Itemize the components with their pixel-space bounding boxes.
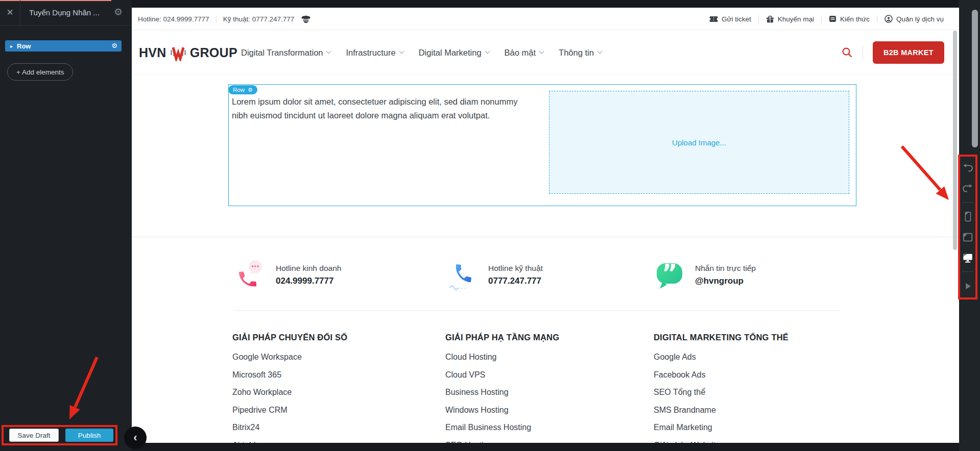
link-knowledge[interactable]: Kiến thức [829,15,870,23]
tablet-preview-icon[interactable] [962,231,974,243]
contact-hotline-technical[interactable]: Hotline kỹ thuật 0777.247.777 [448,259,543,292]
b2b-market-label: B2B MARKET [883,48,934,57]
contact-value: 0777.247.777 [488,276,543,286]
menu-item-digital-transformation[interactable]: Digital Transformation [241,48,330,58]
site-topbar: Hotline: 024.9999.7777 Kỹ thuật: 0777.24… [132,8,959,30]
site-preview: Hotline: 024.9999.7777 Kỹ thuật: 0777.24… [132,0,980,451]
link-label: Kiến thức [840,15,870,23]
link-promotions[interactable]: Khuyến mại [766,15,814,23]
chat-quote-green-icon: ” [655,259,684,292]
divider [216,15,217,23]
row-element-badge[interactable]: Row ⚙ [228,85,257,94]
link-label: Quản lý dịch vụ [896,15,944,23]
footer-column-title: DIGITAL MARKETING TỔNG THỂ [654,333,788,342]
contact-label: Hotline kinh doanh [276,264,341,273]
builder-sidebar: ✕ Tuyển Dụng Nhân ... ⚙ ▸ Row ⚙ + Add el… [0,0,132,451]
footer-link[interactable]: Facebook Ads [654,370,788,388]
footer-column-digital-transformation: GIẢI PHÁP CHUYỂN ĐỔI SỐ Google Workspace… [232,333,347,443]
publish-label: Publish [78,432,101,439]
row-badge-gear-icon[interactable]: ⚙ [248,87,253,93]
builder-row-element[interactable]: Row ⚙ Lorem ipsum dolor sit amet, consec… [228,84,856,206]
footer-link[interactable]: Email Business Hosting [445,423,559,441]
footer-link[interactable]: Zoho Workplace [232,388,347,406]
site-logo[interactable]: HVN GROUP [139,30,237,75]
menu-item-thong-tin[interactable]: Thông tin [559,48,602,58]
footer-link[interactable]: Email Marketing [654,423,788,441]
menu-item-infrastructure[interactable]: Infrastructure [346,48,403,58]
link-label: Khuyến mại [778,15,814,23]
section-divider [132,237,959,237]
contact-label: Hotline kỹ thuật [488,264,543,273]
footer-column-title: GIẢI PHÁP HẠ TẦNG MẠNG [445,333,559,342]
close-icon[interactable]: ✕ [0,0,20,26]
menu-item-bao-mat[interactable]: Bảo mật [505,48,543,58]
play-preview-icon[interactable] [962,280,974,292]
site-navbar: HVN GROUP Digital Transformation [132,30,959,75]
menu-label: Digital Transformation [241,48,323,58]
sidebar-item-row[interactable]: ▸ Row ⚙ [5,40,122,52]
divider [863,45,863,60]
chevron-down-icon [485,49,490,54]
link-send-ticket[interactable]: Gửi ticket [709,15,751,23]
add-elements-button[interactable]: + Add elements [7,63,73,81]
footer-link[interactable]: Google Ads [654,353,788,370]
sidebar-collapse-toggle[interactable]: ‹ [124,427,147,449]
gift-icon [766,15,774,23]
footer-link[interactable]: Cloud VPS [445,370,559,388]
menu-label: Digital Marketing [419,48,482,58]
search-icon[interactable] [842,47,853,58]
footer-link[interactable]: Google Workspace [232,353,347,370]
desktop-preview-icon[interactable] [962,252,974,264]
footer-link[interactable]: Windows Hosting [445,406,559,423]
footer-link[interactable]: Bitrix24 [232,423,347,441]
link-label: Gửi ticket [722,15,751,23]
mobile-preview-icon[interactable] [962,211,974,223]
footer-column-digital-marketing: DIGITAL MARKETING TỔNG THỂ Google Ads Fa… [654,333,788,443]
footer-link[interactable]: SMS Brandname [654,406,788,423]
menu-label: Bảo mật [505,48,536,58]
divider [877,15,877,23]
footer-link[interactable]: SEO Hosting [445,441,559,443]
caret-right-icon[interactable]: ▸ [10,43,13,49]
b2b-market-button[interactable]: B2B MARKET [873,41,944,64]
editor-window: ✕ Tuyển Dụng Nhân ... ⚙ ▸ Row ⚙ + Add el… [0,0,980,451]
row-gear-icon[interactable]: ⚙ [111,42,117,49]
chevron-down-icon [597,49,602,54]
window-scrollbar-thumb[interactable] [972,10,978,147]
chevron-down-icon [399,49,404,54]
footer-link[interactable]: Giải pháp Website [654,441,788,443]
panel-title: Tuyển Dụng Nhân ... [29,8,100,17]
footer-link[interactable]: Pipedrive CRM [232,406,347,423]
publish-button[interactable]: Publish [65,429,113,442]
save-draft-button[interactable]: Save Draft [9,429,59,442]
hotline-text: Hotline: 024.9999.7777 [138,15,209,23]
topbar-contacts: Hotline: 024.9999.7777 Kỹ thuật: 0777.24… [138,8,311,30]
logo-text-hvn: HVN [139,45,166,60]
row-paragraph[interactable]: Lorem ipsum dolor sit amet, consectetuer… [232,95,533,122]
link-manage-services[interactable]: Quản lý dịch vụ [885,15,944,23]
footer-link[interactable]: Cloud Hosting [445,353,559,370]
save-draft-label: Save Draft [18,432,51,439]
footer-link[interactable]: SEO Tổng thể [654,388,788,406]
phone-blue-icon [448,259,477,292]
contact-label: Nhắn tin trực tiếp [695,264,756,273]
preview-scrollbar-thumb[interactable] [953,31,957,250]
divider [821,15,822,23]
toolbar-divider [962,202,973,203]
menu-item-digital-marketing[interactable]: Digital Marketing [419,48,489,58]
logo-text-group: GROUP [190,45,237,60]
footer-link[interactable]: Airtable [232,441,347,443]
footer-column-infrastructure: GIẢI PHÁP HẠ TẦNG MẠNG Cloud Hosting Clo… [445,333,559,443]
menu-label: Thông tin [559,48,594,58]
menu-label: Infrastructure [346,48,395,58]
redo-icon[interactable] [962,182,974,194]
contact-hotline-sales[interactable]: Hotline kinh doanh 024.9999.7777 [236,259,341,292]
settings-gear-icon[interactable]: ⚙ [114,7,123,17]
upload-image-label: Upload Image... [672,138,726,147]
topbar-links: Gửi ticket Khuyến mại Kiến t [709,8,944,30]
undo-icon[interactable] [962,162,974,174]
footer-link[interactable]: Business Hosting [445,388,559,406]
upload-image-dropzone[interactable]: Upload Image... [549,91,849,194]
contact-direct-message[interactable]: ” Nhắn tin trực tiếp @hvngroup [655,259,756,292]
footer-link[interactable]: Microsoft 365 [232,370,347,388]
